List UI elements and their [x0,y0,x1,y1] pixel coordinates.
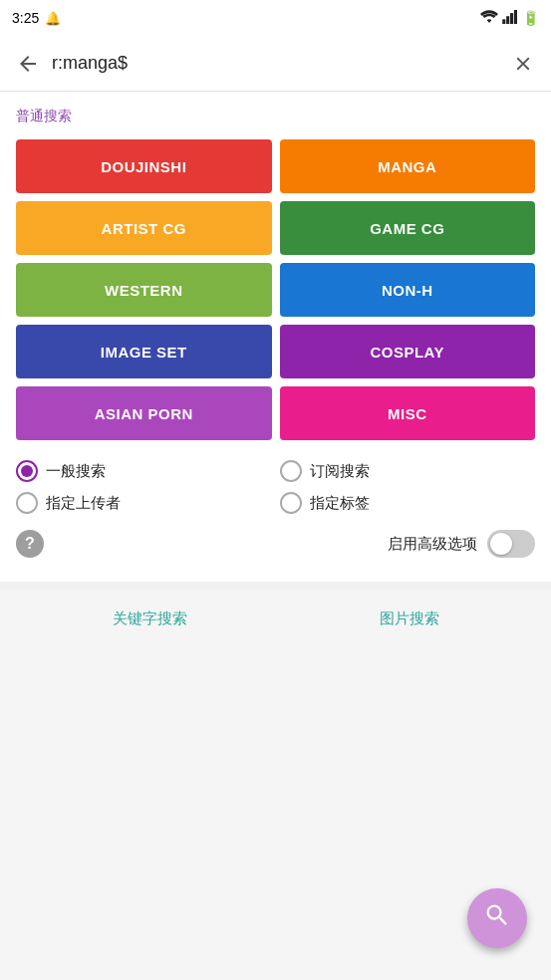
time: 3:25 [12,10,39,26]
svg-rect-1 [506,16,509,24]
link-image-search[interactable]: 图片搜索 [380,610,439,628]
back-button[interactable] [8,44,48,84]
category-image-set[interactable]: IMAGE SET [16,325,272,378]
divider [0,582,551,590]
radio-label-subscription-search: 订阅搜索 [310,462,370,481]
category-non-h[interactable]: NON-H [280,263,536,317]
radio-general-search[interactable]: 一般搜索 [16,460,272,482]
radio-section: 一般搜索订阅搜索指定上传者指定标签 [16,460,535,514]
advanced-row: ? 启用高级选项 [16,530,535,558]
search-panel: 普通搜索 DOUJINSHIMANGAARTIST CGGAME CGWESTE… [0,92,551,582]
category-manga[interactable]: MANGA [280,139,536,193]
battery-icon: 🔋 [522,10,539,26]
search-input[interactable] [52,53,499,74]
svg-rect-0 [502,19,505,24]
radio-specify-uploader[interactable]: 指定上传者 [16,492,272,514]
radio-label-general-search: 一般搜索 [46,462,106,481]
status-left: 3:25 🔔 [12,10,61,26]
search-input-wrap[interactable] [48,53,503,74]
svg-rect-3 [514,10,517,24]
signal-icon [502,10,518,27]
svg-rect-2 [510,13,513,24]
toggle-knob [490,533,512,555]
wifi-icon [480,10,498,27]
category-grid: DOUJINSHIMANGAARTIST CGGAME CGWESTERNNON… [16,139,535,440]
bottom-links: 关键字搜索图片搜索 [0,590,551,628]
status-bar: 3:25 🔔 🔋 [0,0,551,36]
advanced-label: 启用高级选项 [388,535,477,554]
advanced-right: 启用高级选项 [388,530,535,558]
radio-specify-tags[interactable]: 指定标签 [280,492,536,514]
advanced-toggle[interactable] [487,530,535,558]
category-western[interactable]: WESTERN [16,263,272,317]
radio-circle-subscription-search [280,460,302,482]
search-bar [0,36,551,92]
help-icon[interactable]: ? [16,530,44,558]
status-right: 🔋 [480,10,539,27]
category-doujinshi[interactable]: DOUJINSHI [16,139,272,193]
category-artist-cg[interactable]: ARTIST CG [16,201,272,255]
radio-circle-specify-uploader [16,492,38,514]
search-fab[interactable] [467,888,527,948]
radio-circle-specify-tags [280,492,302,514]
category-misc[interactable]: MISC [280,386,536,440]
link-keyword-search[interactable]: 关键字搜索 [113,610,187,628]
clear-button[interactable] [503,44,543,84]
radio-subscription-search[interactable]: 订阅搜索 [280,460,536,482]
radio-circle-general-search [16,460,38,482]
category-asian-porn[interactable]: ASIAN PORN [16,386,272,440]
category-game-cg[interactable]: GAME CG [280,201,536,255]
radio-label-specify-tags: 指定标签 [310,494,370,513]
category-cosplay[interactable]: COSPLAY [280,325,536,378]
search-fab-icon [483,901,511,936]
notification-icon: 🔔 [45,11,61,26]
section-label: 普通搜索 [16,108,535,125]
radio-label-specify-uploader: 指定上传者 [46,494,121,513]
